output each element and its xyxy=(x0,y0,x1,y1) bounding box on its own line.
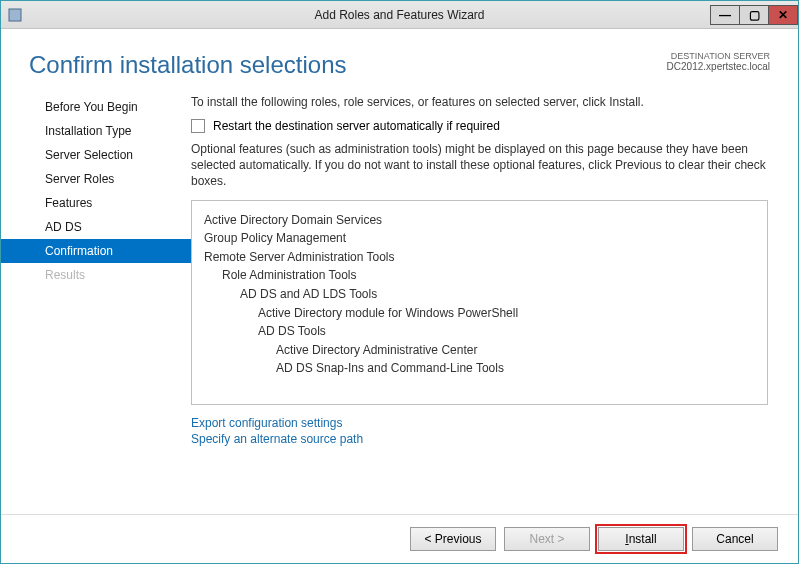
restart-checkbox-label: Restart the destination server automatic… xyxy=(213,119,500,133)
window-buttons: — ▢ ✕ xyxy=(711,5,798,25)
cancel-button[interactable]: Cancel xyxy=(692,527,778,551)
content: Confirm installation selections DESTINAT… xyxy=(1,29,798,563)
list-item: Active Directory module for Windows Powe… xyxy=(204,304,755,323)
list-item: Active Directory Domain Services xyxy=(204,211,755,230)
header-row: Confirm installation selections DESTINAT… xyxy=(1,29,798,87)
export-config-link[interactable]: Export configuration settings xyxy=(191,415,768,432)
destination-label: DESTINATION SERVER xyxy=(667,51,770,61)
previous-button[interactable]: < Previous xyxy=(410,527,496,551)
previous-button-label: < Previous xyxy=(424,532,481,546)
list-item: AD DS and AD LDS Tools xyxy=(204,285,755,304)
features-listing: Active Directory Domain Services Group P… xyxy=(191,200,768,405)
next-button: Next > xyxy=(504,527,590,551)
destination-server: DESTINATION SERVER DC2012.xpertstec.loca… xyxy=(667,51,770,72)
sidebar-item-before-you-begin[interactable]: Before You Begin xyxy=(1,95,191,119)
optional-text: Optional features (such as administratio… xyxy=(191,141,768,190)
list-item: Remote Server Administration Tools xyxy=(204,248,755,267)
cancel-button-label: Cancel xyxy=(716,532,753,546)
sidebar-item-server-roles[interactable]: Server Roles xyxy=(1,167,191,191)
footer: < Previous Next > Install Cancel xyxy=(1,514,798,563)
next-button-label: Next > xyxy=(529,532,564,546)
destination-value: DC2012.xpertstec.local xyxy=(667,61,770,72)
install-button-label: Install xyxy=(625,532,656,546)
sidebar: Before You Begin Installation Type Serve… xyxy=(1,91,191,514)
list-item: AD DS Snap-Ins and Command-Line Tools xyxy=(204,359,755,378)
install-button[interactable]: Install xyxy=(598,527,684,551)
maximize-button[interactable]: ▢ xyxy=(739,5,769,25)
list-item: AD DS Tools xyxy=(204,322,755,341)
sidebar-item-results: Results xyxy=(1,263,191,287)
restart-checkbox-row[interactable]: Restart the destination server automatic… xyxy=(191,119,768,133)
sidebar-item-confirmation[interactable]: Confirmation xyxy=(1,239,191,263)
body-row: Before You Begin Installation Type Serve… xyxy=(1,87,798,514)
titlebar: Add Roles and Features Wizard — ▢ ✕ xyxy=(1,1,798,29)
links: Export configuration settings Specify an… xyxy=(191,415,768,449)
sidebar-item-installation-type[interactable]: Installation Type xyxy=(1,119,191,143)
window-title: Add Roles and Features Wizard xyxy=(1,8,798,22)
main-panel: To install the following roles, role ser… xyxy=(191,91,798,514)
list-item: Role Administration Tools xyxy=(204,266,755,285)
alternate-source-link[interactable]: Specify an alternate source path xyxy=(191,431,768,448)
minimize-button[interactable]: — xyxy=(710,5,740,25)
sidebar-item-ad-ds[interactable]: AD DS xyxy=(1,215,191,239)
intro-text: To install the following roles, role ser… xyxy=(191,95,768,109)
sidebar-item-features[interactable]: Features xyxy=(1,191,191,215)
list-item: Active Directory Administrative Center xyxy=(204,341,755,360)
wizard-window: Add Roles and Features Wizard — ▢ ✕ Conf… xyxy=(0,0,799,564)
close-button[interactable]: ✕ xyxy=(768,5,798,25)
restart-checkbox[interactable] xyxy=(191,119,205,133)
sidebar-item-server-selection[interactable]: Server Selection xyxy=(1,143,191,167)
page-title: Confirm installation selections xyxy=(29,51,346,79)
list-item: Group Policy Management xyxy=(204,229,755,248)
